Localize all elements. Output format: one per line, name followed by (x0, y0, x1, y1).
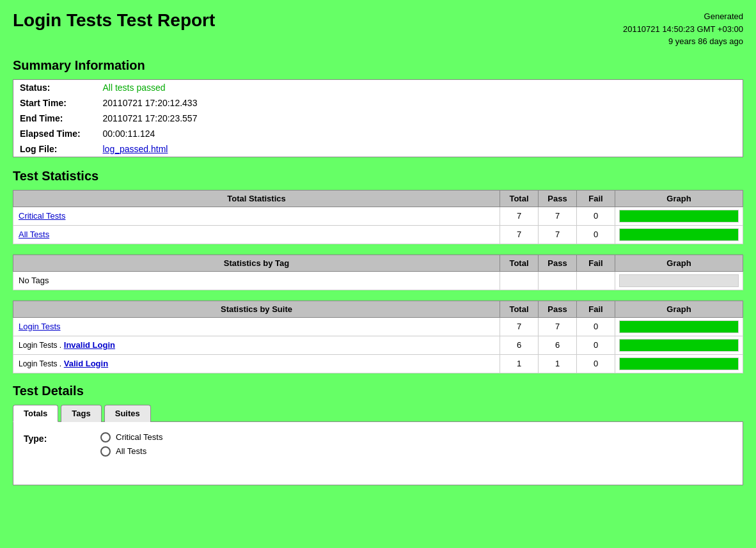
valid-login-fail: 0 (577, 354, 615, 373)
suite-col-fail: Fail (577, 301, 615, 317)
summary-value-logfile[interactable]: log_passed.html (97, 141, 743, 157)
page-header: Login Tests Test Report Generated 201107… (13, 10, 743, 48)
test-statistics-title: Test Statistics (13, 169, 743, 184)
critical-fail: 0 (577, 207, 615, 225)
table-row: Login Tests 7 7 0 (13, 317, 743, 336)
summary-row-elapsed: Elapsed Time: 00:00:11.124 (13, 126, 743, 141)
total-col-pass: Pass (539, 190, 577, 207)
type-row: Type: Critical Tests All Tests (24, 432, 732, 457)
login-tests-link[interactable]: Login Tests (13, 317, 500, 336)
generated-date: 20110721 14:50:23 GMT +03:00 (623, 24, 743, 34)
summary-label-status: Status: (13, 79, 97, 95)
summary-label-start: Start Time: (13, 95, 97, 111)
login-tests-fail: 0 (577, 317, 615, 336)
summary-label-logfile: Log File: (13, 141, 97, 157)
tag-statistics-table: Statistics by Tag Total Pass Fail Graph … (13, 254, 743, 290)
summary-value-elapsed: 00:00:11.124 (97, 126, 743, 141)
summary-row-status: Status: All tests passed (13, 79, 743, 95)
critical-graph (615, 207, 743, 225)
valid-login-total: 1 (500, 354, 539, 373)
invalid-login-total: 6 (500, 336, 539, 354)
radio-label-all: All Tests (116, 446, 146, 456)
all-tests-graph (615, 225, 743, 244)
summary-section-title: Summary Information (13, 58, 743, 73)
all-tests-pass: 7 (539, 225, 577, 244)
total-col-fail: Fail (577, 190, 615, 207)
summary-table: Status: All tests passed Start Time: 201… (13, 79, 743, 157)
summary-label-end: End Time: (13, 111, 97, 126)
radio-all-tests[interactable]: All Tests (100, 446, 162, 457)
generated-label: Generated (704, 12, 743, 21)
total-col-graph: Graph (615, 190, 743, 207)
critical-total: 7 (500, 207, 539, 225)
total-stats-header: Total Statistics (13, 190, 500, 207)
tag-col-total: Total (500, 254, 539, 271)
table-row: Login Tests . Valid Login 1 1 0 (13, 354, 743, 373)
tab-tags[interactable]: Tags (61, 405, 101, 422)
all-tests-fail: 0 (577, 225, 615, 244)
summary-row-end: End Time: 20110721 17:20:23.557 (13, 111, 743, 126)
suite-col-pass: Pass (539, 301, 577, 317)
summary-row-logfile: Log File: log_passed.html (13, 141, 743, 157)
test-details-title: Test Details (13, 384, 743, 398)
type-label: Type: (24, 432, 100, 444)
summary-value-end: 20110721 17:20:23.557 (97, 111, 743, 126)
tag-col-pass: Pass (539, 254, 577, 271)
tab-content-totals: Type: Critical Tests All Tests (13, 421, 743, 485)
no-tags-pass (539, 271, 577, 290)
table-row: Critical Tests 7 7 0 (13, 207, 743, 225)
suite-statistics-table: Statistics by Suite Total Pass Fail Grap… (13, 301, 743, 373)
total-statistics-table: Total Statistics Total Pass Fail Graph C… (13, 190, 743, 244)
all-tests-link[interactable]: All Tests (13, 225, 500, 244)
invalid-login-link[interactable]: Login Tests . Invalid Login (13, 336, 500, 354)
radio-critical-tests[interactable]: Critical Tests (100, 432, 162, 442)
summary-value-status: All tests passed (97, 79, 743, 95)
invalid-login-pass: 6 (539, 336, 577, 354)
suite-col-total: Total (500, 301, 539, 317)
generated-info: Generated 20110721 14:50:23 GMT +03:00 9… (623, 10, 743, 48)
tag-col-fail: Fail (577, 254, 615, 271)
generated-ago: 9 years 86 days ago (668, 36, 743, 46)
valid-login-pass: 1 (539, 354, 577, 373)
radio-options: Critical Tests All Tests (100, 432, 162, 457)
summary-row-start: Start Time: 20110721 17:20:12.433 (13, 95, 743, 111)
radio-circle-critical (100, 432, 111, 442)
no-tags-label: No Tags (13, 271, 500, 290)
radio-circle-all (100, 446, 111, 457)
login-tests-pass: 7 (539, 317, 577, 336)
table-row: Login Tests . Invalid Login 6 6 0 (13, 336, 743, 354)
page-title: Login Tests Test Report (13, 10, 215, 31)
tag-stats-header: Statistics by Tag (13, 254, 500, 271)
table-row: All Tests 7 7 0 (13, 225, 743, 244)
tab-totals[interactable]: Totals (13, 405, 58, 422)
suite-col-graph: Graph (615, 301, 743, 317)
critical-tests-link[interactable]: Critical Tests (13, 207, 500, 225)
tag-col-graph: Graph (615, 254, 743, 271)
invalid-login-fail: 0 (577, 336, 615, 354)
tabs-row: Totals Tags Suites (13, 405, 743, 422)
critical-pass: 7 (539, 207, 577, 225)
login-tests-total: 7 (500, 317, 539, 336)
no-tags-fail (577, 271, 615, 290)
invalid-login-graph (615, 336, 743, 354)
valid-login-link[interactable]: Login Tests . Valid Login (13, 354, 500, 373)
summary-value-start: 20110721 17:20:12.433 (97, 95, 743, 111)
test-details-section: Test Details Totals Tags Suites Type: Cr… (13, 384, 743, 485)
table-row: No Tags (13, 271, 743, 290)
total-col-total: Total (500, 190, 539, 207)
valid-login-graph (615, 354, 743, 373)
login-tests-graph (615, 317, 743, 336)
summary-label-elapsed: Elapsed Time: (13, 126, 97, 141)
all-tests-total: 7 (500, 225, 539, 244)
no-tags-graph (615, 271, 743, 290)
no-tags-total (500, 271, 539, 290)
radio-label-critical: Critical Tests (116, 432, 162, 442)
tab-suites[interactable]: Suites (104, 405, 151, 422)
suite-stats-header: Statistics by Suite (13, 301, 500, 317)
